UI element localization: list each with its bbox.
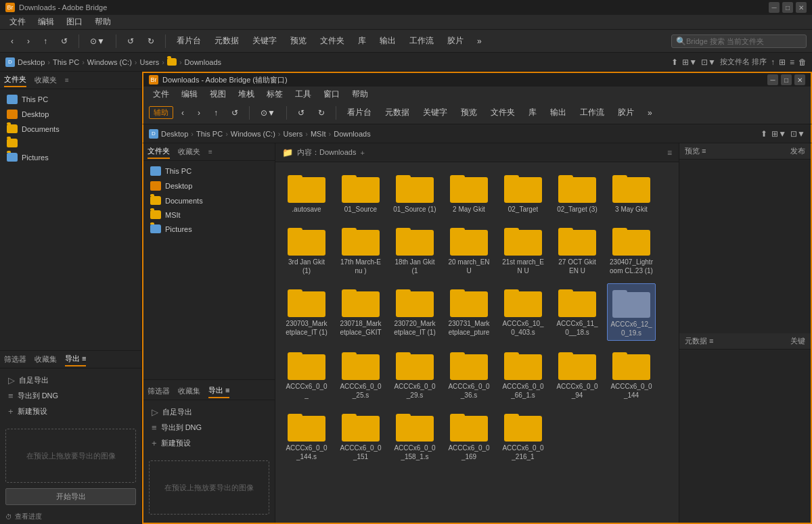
sec-breadcrumb-desktop[interactable]: Desktop <box>161 130 188 138</box>
menu-help[interactable]: 帮助 <box>89 15 116 29</box>
folder-item-desktop[interactable]: Desktop <box>0 107 141 122</box>
file-item[interactable]: ACCCx6_0_0_151 <box>336 408 385 464</box>
sec-menu-help[interactable]: 帮助 <box>346 87 374 101</box>
view-keywords[interactable]: 关键字 <box>247 33 282 49</box>
file-item[interactable]: ACCCx6_0_0_36.s <box>445 346 493 402</box>
sec-tab-folder[interactable]: 文件夹 <box>148 145 170 159</box>
sec-view-film[interactable]: 胶片 <box>612 105 639 120</box>
publish-button[interactable]: 发布 <box>790 146 805 156</box>
file-item[interactable]: 01_Source (1) <box>390 169 439 216</box>
progress-link[interactable]: ⏱ 查看进度 <box>0 509 141 524</box>
new-preset[interactable]: + 新建预设 <box>4 404 137 419</box>
file-item[interactable]: 3rd Jan Gkit (1) <box>282 222 331 278</box>
file-item[interactable]: ACCCx6_0_0_29.s <box>390 346 439 402</box>
sec-nav-back-button[interactable]: ‹ <box>176 106 189 120</box>
auxiliary-badge[interactable]: 辅助 <box>149 106 173 119</box>
tab-folder[interactable]: 文件夹 <box>4 73 26 87</box>
file-item[interactable]: 17th March-Enu ) <box>336 222 385 278</box>
sec-nav-forward-button[interactable]: › <box>192 106 206 120</box>
breadcrumb-thispc[interactable]: This PC <box>53 58 79 66</box>
secondary-close-button[interactable]: ✕ <box>794 74 805 85</box>
content-options-icon[interactable]: ≡ <box>667 148 672 158</box>
sec-refresh-button[interactable]: ↺ <box>226 106 244 120</box>
breadcrumb-desktop[interactable]: Desktop <box>18 58 45 66</box>
folder-item-user[interactable] <box>0 136 141 150</box>
file-item[interactable]: ACCCx6_11_0__18.s <box>553 283 602 341</box>
search-input[interactable] <box>686 37 788 45</box>
export-dng[interactable]: ≡ 导出到 DNG <box>4 388 137 404</box>
file-item[interactable]: ACCCx6_12_0_19.s <box>607 283 656 341</box>
trash-icon[interactable]: 🗑 <box>798 57 807 67</box>
sec-folder-pictures[interactable]: Pictures <box>143 222 275 236</box>
maximize-button[interactable]: □ <box>782 2 793 13</box>
tab-favorites[interactable]: 收藏夹 <box>35 74 57 87</box>
minimize-button[interactable]: ─ <box>769 2 780 13</box>
sec-view-more[interactable]: » <box>642 106 658 120</box>
sec-nav-up-button[interactable]: ↑ <box>208 106 223 120</box>
sec-view-kanpiantai[interactable]: 看片台 <box>342 105 377 120</box>
sec-tab-filter[interactable]: 筛选器 <box>148 385 170 398</box>
file-item[interactable]: ACCCx6_0_0_158_1.s <box>390 408 439 464</box>
nav-back-button[interactable]: ‹ <box>5 34 19 48</box>
sec-camera-raw-button[interactable]: ⊙▼ <box>255 106 281 120</box>
nav-forward-button[interactable]: › <box>22 34 35 48</box>
rotate-ccw-button[interactable]: ↺ <box>122 34 139 48</box>
view-metadata[interactable]: 元数据 <box>209 33 244 49</box>
sec-sort-icon[interactable]: ⬆ <box>761 129 767 139</box>
file-item[interactable]: 3 May Gkit <box>607 169 656 216</box>
secondary-maximize-button[interactable]: □ <box>781 74 792 85</box>
file-item[interactable]: 01_Source <box>336 169 385 216</box>
preview-panel-header[interactable]: 预览 ≡ 发布 <box>679 143 811 160</box>
file-item[interactable]: .autosave <box>282 169 331 216</box>
sec-menu-label[interactable]: 标签 <box>261 87 288 101</box>
sec-folder-msit[interactable]: MSIt <box>143 208 275 222</box>
sec-folder-thispc[interactable]: This PC <box>143 164 275 178</box>
tab-options-icon[interactable]: ≡ <box>65 76 69 84</box>
view-film[interactable]: 胶片 <box>442 33 469 49</box>
menu-file[interactable]: 文件 <box>4 15 31 29</box>
content-plus-icon[interactable]: + <box>360 149 364 157</box>
sec-export-auto[interactable]: ▷ 自足导出 <box>148 404 271 420</box>
view-kanpiantai[interactable]: 看片台 <box>171 33 206 49</box>
sec-view-library[interactable]: 库 <box>523 105 542 120</box>
file-item[interactable]: 2 May Gkit <box>445 169 493 216</box>
sec-menu-view[interactable]: 视图 <box>204 87 231 101</box>
breadcrumb-downloads[interactable]: Downloads <box>185 58 221 66</box>
file-item[interactable]: ACCCx6_0_0_169 <box>445 408 493 464</box>
view-library[interactable]: 库 <box>353 33 371 49</box>
file-item[interactable]: ACCCx6_0_0_144.s <box>282 408 331 464</box>
nav-up-button[interactable]: ↑ <box>38 34 53 48</box>
folder-item-pictures[interactable]: Pictures <box>0 150 141 164</box>
breadcrumb-drive[interactable]: Windows (C:) <box>87 58 132 66</box>
view-folder[interactable]: 文件夹 <box>315 33 350 49</box>
sort-asc-icon[interactable]: ⬆ <box>671 57 678 67</box>
view-output[interactable]: 输出 <box>374 33 401 49</box>
sec-rotate-cw-button[interactable]: ↻ <box>313 106 330 120</box>
file-item[interactable]: 230718_Marketplace_GKIT (1) <box>336 283 385 341</box>
sec-tab-favorites[interactable]: 收藏夹 <box>178 145 200 158</box>
file-item[interactable]: 21st march_EN U <box>499 222 547 278</box>
menu-edit[interactable]: 编辑 <box>32 15 60 29</box>
sort-options-icon[interactable]: ⊡▼ <box>701 57 716 67</box>
file-item[interactable]: 230407_Lightroom CL.23 (1) <box>607 222 656 278</box>
sec-tab-options-icon[interactable]: ≡ <box>208 148 212 156</box>
view-workflow[interactable]: 工作流 <box>404 33 439 49</box>
file-item[interactable]: 20 march_ENU <box>445 222 493 278</box>
filter-icon[interactable]: ⊞▼ <box>682 57 697 67</box>
file-item[interactable]: ACCCx6_0_0_ <box>282 346 331 402</box>
sec-menu-tools[interactable]: 工具 <box>290 87 317 101</box>
view-list-icon[interactable]: ≡ <box>790 57 794 67</box>
view-mode-icon[interactable]: ⊞ <box>779 57 786 67</box>
rotate-cw-button[interactable]: ↻ <box>142 34 160 48</box>
sec-menu-file[interactable]: 文件 <box>148 87 175 101</box>
sec-tab-export[interactable]: 导出 ≡ <box>208 384 229 398</box>
file-item[interactable]: ACCCx6_0_0_144 <box>607 346 656 402</box>
sec-menu-window[interactable]: 窗口 <box>318 87 345 101</box>
tab-collections[interactable]: 收藏集 <box>35 353 57 366</box>
folder-item-thispc[interactable]: This PC <box>0 92 141 107</box>
sec-menu-stack[interactable]: 堆栈 <box>233 87 260 101</box>
sec-breadcrumb-drive[interactable]: Windows (C:) <box>231 130 275 138</box>
file-item[interactable]: ACCCx6_10_0_403.s <box>499 283 547 341</box>
file-item[interactable]: ACCCx6_0_0_94 <box>553 346 602 402</box>
file-item[interactable]: 18th Jan Gkit (1 <box>390 222 439 278</box>
